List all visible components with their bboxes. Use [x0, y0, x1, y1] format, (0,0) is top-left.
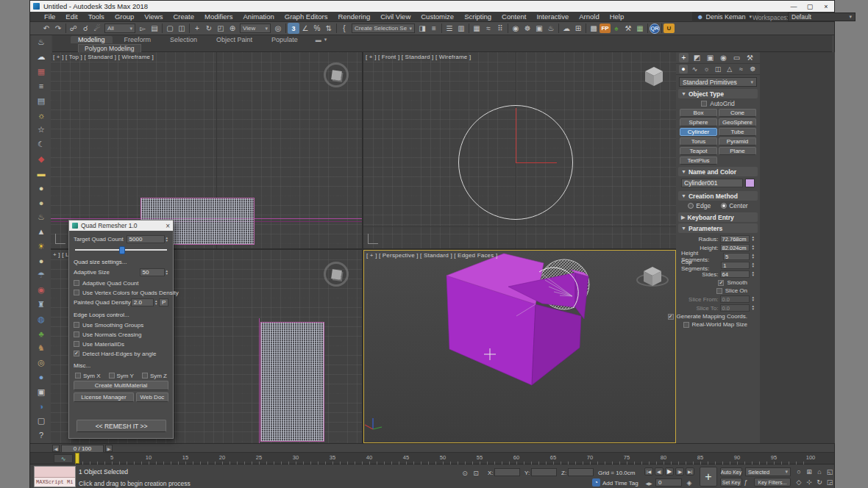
layer-explorer-icon[interactable]: ▥ — [455, 23, 467, 34]
param-field-slice-to[interactable]: 0.0 — [720, 304, 750, 312]
bind-to-space-warp-icon[interactable]: ☄ — [91, 23, 103, 34]
previous-frame-icon[interactable]: ◀| — [655, 467, 664, 476]
spinner-arrows[interactable]: ▲▼ — [166, 237, 168, 243]
horse-icon[interactable]: ♞ — [35, 341, 48, 356]
rectangular-selection-icon[interactable]: ▢ — [164, 23, 176, 34]
unlink-selection-icon[interactable]: ☌ — [79, 23, 91, 34]
close-button[interactable]: × — [818, 1, 834, 12]
param-field-cap-segments[interactable]: 1 — [721, 262, 749, 269]
coord-z-field[interactable] — [568, 468, 594, 476]
auto-key-button[interactable]: Auto Key — [720, 467, 742, 476]
time-slider[interactable]: 0 / 100 — [61, 445, 104, 453]
viewport-perspective[interactable]: [ + ] [ Perspective ] [ Standard ] [ Edg… — [363, 250, 676, 443]
blue-sphere-icon[interactable]: ● — [35, 370, 48, 384]
rain-icon[interactable]: ☂ — [35, 268, 48, 283]
select-and-place-icon[interactable]: ⊕ — [227, 23, 238, 34]
checkbox-use-smoothing-groups[interactable] — [74, 322, 79, 328]
spinner-arrows[interactable]: ▲▼ — [154, 300, 157, 306]
checkbox-sym-y[interactable] — [109, 373, 115, 378]
radio-center[interactable] — [721, 203, 727, 209]
spinner-down-icon[interactable]: ▼ — [752, 299, 755, 302]
next-frame-icon[interactable]: |▶ — [675, 467, 684, 476]
forest-pack-icon[interactable]: FP — [600, 24, 611, 33]
sphere-beige-icon[interactable]: ● — [35, 254, 48, 268]
leaf-icon[interactable]: ♣ — [35, 326, 48, 341]
object-type-plane[interactable]: Plane — [719, 147, 756, 155]
teapot-white-icon[interactable]: ♨ — [35, 35, 48, 50]
target-quad-count-field[interactable]: 5000 — [127, 235, 165, 243]
ribbon-tab-populate[interactable]: Populate — [264, 36, 305, 43]
menu-content[interactable]: Content — [497, 12, 531, 21]
sphere-icon[interactable]: ● — [35, 195, 48, 210]
angle-snap-icon[interactable]: ∠ — [299, 23, 311, 34]
spinner-down-icon[interactable]: ▼ — [752, 308, 755, 311]
checkbox-use-normals-creasing[interactable] — [74, 331, 79, 337]
panel-tab-motion[interactable]: ◉ — [719, 53, 728, 62]
checkbox-smooth[interactable]: ✓ — [718, 280, 724, 286]
menu-interactive[interactable]: Interactive — [531, 12, 574, 21]
slider-handle[interactable] — [119, 246, 125, 254]
selection-filter-dropdown[interactable]: All▾ — [104, 24, 135, 33]
viewcube[interactable] — [324, 262, 349, 287]
param-field-height-segments[interactable]: 5 — [723, 253, 749, 260]
menu-help[interactable]: Help — [605, 12, 630, 21]
spinner-down-icon[interactable]: ▼ — [752, 248, 755, 251]
object-type-box[interactable]: Box — [680, 109, 717, 117]
rollout-creation-method[interactable]: ▼Creation Method — [678, 191, 758, 201]
param-field-slice-from[interactable]: 0.0 — [720, 295, 750, 303]
key-mode-toggle-icon[interactable]: ◈ — [685, 478, 694, 487]
perspective-scene-object[interactable] — [364, 251, 675, 442]
spinner-down-icon[interactable]: ▼ — [752, 239, 755, 242]
ribbon-tab-object-paint[interactable]: Object Paint — [209, 36, 260, 43]
menu-tools[interactable]: Tools — [83, 12, 110, 21]
create-multimaterial-button[interactable]: Create MultiMaterial — [74, 381, 168, 390]
ribbon-tab-selection[interactable]: Selection — [163, 36, 204, 43]
frame-step-icon[interactable]: ◀▶ — [644, 478, 653, 487]
moon-icon[interactable]: ☾ — [35, 137, 48, 152]
category-cameras[interactable]: ◫ — [714, 65, 722, 73]
target-quad-count-slider[interactable] — [75, 245, 167, 254]
object-type-torus[interactable]: Torus — [680, 137, 717, 146]
render-cloud-icon[interactable]: ☁ — [561, 23, 572, 34]
object-type-teapot[interactable]: Teapot — [680, 147, 717, 155]
spinner-down-icon[interactable]: ▼ — [752, 274, 755, 277]
play-icon[interactable]: ▶ — [665, 467, 674, 476]
checkbox-use-vertex-colors-for-quads-density[interactable] — [74, 290, 79, 295]
maxscript-mini-listener[interactable]: MAXScript Mi — [34, 466, 76, 487]
key-mode-dropdown[interactable]: Selected ▾ — [745, 467, 791, 476]
list-icon[interactable]: ≡ — [35, 79, 48, 93]
current-frame-field[interactable]: 0 — [655, 478, 682, 487]
menu-rendering[interactable]: Rendering — [332, 12, 375, 21]
spreadsheet-icon[interactable]: ▦ — [634, 23, 646, 34]
zoom-extents-icon[interactable]: ⌂ — [814, 467, 825, 477]
orbit-icon[interactable]: ↻ — [814, 477, 825, 487]
spinner-down-icon[interactable]: ▼ — [752, 256, 755, 259]
rendered-frame-icon[interactable]: ▣ — [533, 23, 545, 34]
red-material-icon[interactable]: ◆ — [35, 151, 48, 166]
track-bar[interactable]: ∿ 51015202530354045505560657075808590951… — [30, 453, 834, 464]
spinner-arrows[interactable]: ▲▼ — [752, 245, 755, 251]
maximize-button[interactable]: ▢ — [802, 1, 818, 12]
redo-icon[interactable]: ↷ — [52, 23, 64, 34]
u-render-icon[interactable]: U — [664, 24, 675, 33]
viewport-top-label[interactable]: [ + ] [ Top ] [ Standard ] [ Wireframe ] — [53, 54, 154, 60]
go-to-end-icon[interactable]: ▶| — [686, 467, 694, 476]
cloud-icon[interactable]: ☁ — [35, 50, 48, 65]
spinner-down-icon[interactable]: ▼ — [752, 265, 755, 268]
autogrid-checkbox[interactable] — [701, 101, 707, 107]
spinner-arrows[interactable]: ▲▼ — [752, 262, 755, 268]
param-field-radius[interactable]: 72.768cm — [720, 235, 750, 243]
zoom-all-icon[interactable]: ⊞ — [804, 467, 814, 477]
param-field-sides[interactable]: 64 — [720, 270, 750, 278]
set-key-button[interactable]: Set Key — [720, 478, 742, 487]
object-type-pyramid[interactable]: Pyramid — [719, 137, 756, 146]
polygon-modeling-panel[interactable]: Polygon Modeling — [78, 44, 141, 52]
state-sets-icon[interactable]: ⊞ — [572, 23, 584, 34]
spinner-down-icon[interactable]: ▼ — [154, 303, 157, 306]
podium-icon[interactable]: ♜ — [35, 297, 48, 312]
set-keys-button[interactable]: + — [700, 467, 717, 487]
document-icon[interactable]: ▢ — [35, 414, 48, 428]
select-by-name-icon[interactable]: ▤ — [149, 23, 160, 34]
reference-coordinate-dropdown[interactable]: View▾ — [240, 24, 271, 33]
help-icon[interactable]: ? — [35, 428, 48, 443]
